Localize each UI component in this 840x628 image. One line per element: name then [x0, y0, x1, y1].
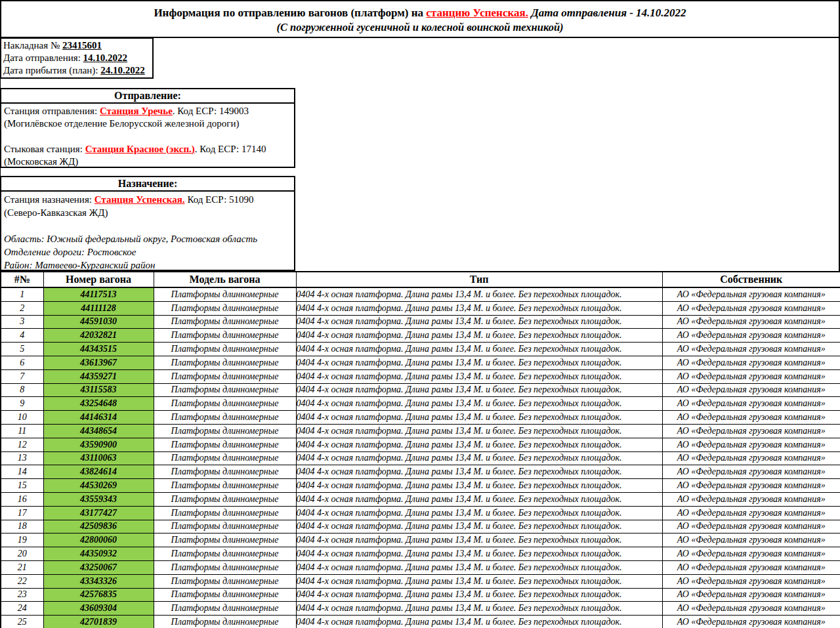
junction-station-link[interactable]: Станция Красное (эксп.) — [85, 144, 195, 154]
waybill-number-label: Накладная № — [3, 40, 62, 51]
wagon-type-cell: 0404 4-х осная платформа. Длина рамы 13,… — [296, 506, 662, 520]
document-title-line1: Информация по отправлению вагонов (платф… — [1, 6, 839, 20]
wagon-type-cell: 0404 4-х осная платформа. Длина рамы 13,… — [296, 602, 662, 616]
wagon-model-cell: Платформы длинномерные — [154, 383, 296, 397]
wagon-number-cell: 43824614 — [43, 465, 154, 479]
wagon-number-cell: 42800060 — [43, 534, 154, 547]
blank-line — [4, 219, 291, 232]
wagon-type-cell: 0404 4-х осная платформа. Длина рамы 13,… — [296, 520, 662, 534]
row-number-cell: 11 — [1, 424, 43, 438]
col-header-wagon-model: Модель вагона — [154, 272, 296, 287]
wagon-model-cell: Платформы длинномерные — [154, 343, 296, 356]
waybill-number-value: 23415601 — [62, 40, 102, 51]
wagon-owner-cell: АО «Федеральная грузовая компания» — [662, 451, 840, 465]
wagon-number-cell: 44359271 — [43, 369, 154, 383]
table-row: 344591030Платформы длинномерные0404 4-х … — [1, 315, 840, 329]
wagon-type-cell: 0404 4-х осная платформа. Длина рамы 13,… — [296, 315, 662, 329]
arrival-date-line: Дата прибытия (план): 24.10.2022 — [3, 64, 150, 77]
row-number-cell: 8 — [1, 383, 43, 397]
destination-station-link[interactable]: Станция Успенская. — [94, 194, 185, 205]
row-number-cell: 10 — [1, 411, 43, 425]
arrival-date-value: 24.10.2022 — [100, 65, 145, 75]
departure-station-link[interactable]: Станция Уречье — [100, 106, 173, 116]
wagon-type-cell: 0404 4-х осная платформа. Длина рамы 13,… — [296, 301, 662, 315]
wagon-type-cell: 0404 4-х осная платформа. Длина рамы 13,… — [296, 356, 662, 369]
wagon-type-cell: 0404 4-х осная платформа. Длина рамы 13,… — [296, 547, 662, 561]
wagon-type-cell: 0404 4-х осная платформа. Длина рамы 13,… — [296, 343, 662, 356]
wagon-model-cell: Платформы длинномерные — [154, 602, 296, 616]
wagon-type-cell: 0404 4-х осная платформа. Длина рамы 13,… — [296, 616, 662, 628]
row-number-cell: 5 — [1, 343, 43, 356]
document-title-box: Информация по отправлению вагонов (платф… — [0, 0, 840, 38]
title-departure-date: Дата отправления - 14.10.2022 — [528, 7, 686, 19]
wagon-owner-cell: АО «Федеральная грузовая компания» — [662, 424, 840, 438]
wagon-number-cell: 43559343 — [43, 492, 154, 506]
wagon-type-cell: 0404 4-х осная платформа. Длина рамы 13,… — [296, 479, 662, 493]
wagon-number-cell: 44146314 — [43, 411, 154, 425]
wagon-model-cell: Платформы длинномерные — [154, 465, 296, 479]
wagon-model-cell: Платформы длинномерные — [154, 492, 296, 506]
row-number-cell: 9 — [1, 397, 43, 411]
wagon-model-cell: Платформы длинномерные — [154, 479, 296, 493]
wagon-number-cell: 42509836 — [43, 520, 154, 534]
table-row: 544343515Платформы длинномерные0404 4-х … — [1, 343, 840, 356]
wagon-owner-cell: АО «Федеральная грузовая компания» — [662, 465, 840, 479]
wagon-model-cell: Платформы длинномерные — [154, 520, 296, 534]
row-number-cell: 17 — [1, 506, 43, 520]
departure-station-line: Станция отправления: Станция Уречье. Код… — [4, 105, 291, 117]
departure-date-label: Дата отправления: — [3, 52, 83, 63]
wagon-type-cell: 0404 4-х осная платформа. Длина рамы 13,… — [296, 574, 662, 588]
wagon-owner-cell: АО «Федеральная грузовая компания» — [662, 520, 840, 534]
table-row: 744359271Платформы длинномерные0404 4-х … — [1, 369, 840, 383]
junction-station-line: Стыковая станция: Станция Красное (эксп.… — [4, 143, 291, 156]
row-number-cell: 16 — [1, 492, 43, 506]
wagon-model-cell: Платформы длинномерные — [154, 534, 296, 547]
row-number-cell: 12 — [1, 438, 43, 451]
wagon-type-cell: 0404 4-х осная платформа. Длина рамы 13,… — [296, 560, 662, 574]
table-row: 144117513Платформы длинномерные0404 4-х … — [1, 287, 840, 301]
table-row: 1243590900Платформы длинномерные0404 4-х… — [1, 438, 840, 451]
wagon-model-cell: Платформы длинномерные — [154, 411, 296, 425]
row-number-cell: 22 — [1, 574, 43, 588]
junction-station-note: (Московская ЖД) — [4, 156, 291, 168]
wagon-owner-cell: АО «Федеральная грузовая компания» — [662, 411, 840, 425]
wagon-owner-cell: АО «Федеральная грузовая компания» — [662, 287, 840, 301]
wagon-type-cell: 0404 4-х осная платформа. Длина рамы 13,… — [296, 397, 662, 411]
wagon-type-cell: 0404 4-х осная платформа. Длина рамы 13,… — [296, 369, 662, 383]
table-row: 2542701839Платформы длинномерные0404 4-х… — [1, 616, 840, 628]
wagon-type-cell: 0404 4-х осная платформа. Длина рамы 13,… — [296, 438, 662, 451]
wagon-number-cell: 43177427 — [43, 506, 154, 520]
departure-box-header: Отправление: — [1, 89, 294, 104]
wagon-owner-cell: АО «Федеральная грузовая компания» — [662, 329, 840, 343]
wagon-number-cell: 43343326 — [43, 574, 154, 588]
col-header-wagon-number: Номер вагона — [43, 272, 154, 287]
row-number-cell: 3 — [1, 315, 43, 329]
wagon-number-cell: 44591030 — [43, 315, 154, 329]
destination-box-header: Назначение: — [1, 177, 294, 192]
junction-station-label: Стыковая станция: — [4, 144, 85, 154]
wagon-model-cell: Платформы длинномерные — [154, 560, 296, 574]
wagon-model-cell: Платформы длинномерные — [154, 424, 296, 438]
wagon-owner-cell: АО «Федеральная грузовая компания» — [662, 506, 840, 520]
wagon-model-cell: Платформы длинномерные — [154, 356, 296, 369]
waybill-number-line: Накладная № 23415601 — [3, 39, 150, 52]
destination-box: Назначение: Станция назначения: Станция … — [0, 176, 295, 271]
table-row: 2044350932Платформы длинномерные0404 4-х… — [1, 547, 840, 561]
wagon-number-cell: 43590900 — [43, 438, 154, 451]
wagon-owner-cell: АО «Федеральная грузовая компания» — [662, 479, 840, 493]
destination-station-label: Станция назначения: — [4, 194, 94, 205]
wagon-number-cell: 42576835 — [43, 588, 154, 602]
row-number-cell: 7 — [1, 369, 43, 383]
wagon-model-cell: Платформы длинномерные — [154, 547, 296, 561]
table-header-row: #№ Номер вагона Модель вагона Тип Собств… — [1, 272, 840, 287]
wagon-type-cell: 0404 4-х осная платформа. Длина рамы 13,… — [296, 465, 662, 479]
arrival-date-label: Дата прибытия (план): — [3, 65, 100, 75]
destination-region-line: Область: Южный федеральный округ, Ростов… — [4, 232, 291, 245]
row-number-cell: 6 — [1, 356, 43, 369]
table-row: 2243343326Платформы длинномерные0404 4-х… — [1, 574, 840, 588]
blank-line — [4, 130, 291, 142]
title-destination-station-link[interactable]: станцию Успенская. — [426, 7, 528, 19]
wagon-table-body: 144117513Платформы длинномерные0404 4-х … — [1, 287, 840, 628]
wagon-number-cell: 43613967 — [43, 356, 154, 369]
wagon-model-cell: Платформы длинномерные — [154, 451, 296, 465]
